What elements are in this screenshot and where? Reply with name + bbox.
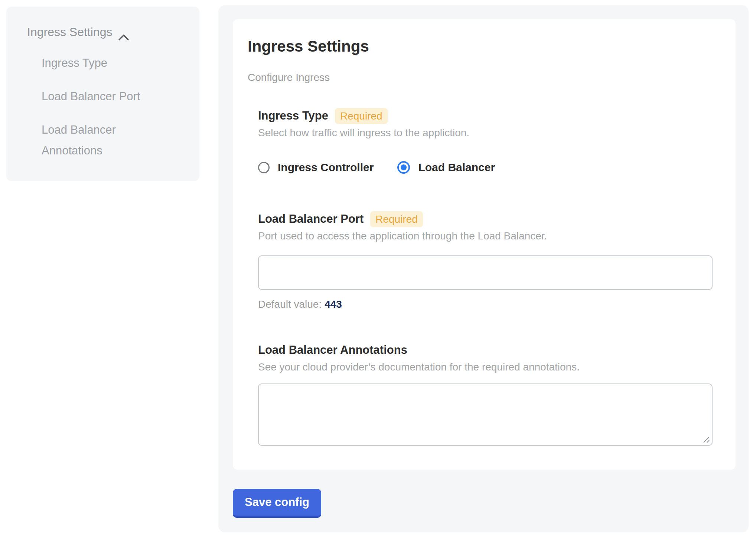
load-balancer-port-input[interactable] [258,255,713,290]
radio-label-load-balancer: Load Balancer [418,161,495,174]
load-balancer-port-label: Load Balancer Port [258,211,364,227]
load-balancer-annotations-label: Load Balancer Annotations [258,342,407,358]
sidebar-parent-label: Ingress Settings [27,24,112,40]
section-load-balancer-port: Load Balancer Port Required Port used to… [258,211,713,311]
radio-label-ingress-controller: Ingress Controller [278,161,374,174]
page-subtitle: Configure Ingress [248,71,713,84]
ingress-settings-card: Ingress Settings Configure Ingress Ingre… [233,19,736,470]
settings-sidebar: Ingress Settings Ingress Type Load Balan… [6,7,199,181]
radio-icon[interactable] [397,161,410,174]
sidebar-item-ingress-type[interactable]: Ingress Type [42,53,164,74]
load-balancer-annotations-description: See your cloud provider’s documentation … [258,360,713,374]
ingress-type-label: Ingress Type [258,108,328,124]
radio-option-ingress-controller[interactable]: Ingress Controller [258,161,374,174]
required-badge: Required [370,211,423,227]
sidebar-sub-list: Ingress Type Load Balancer Port Load Bal… [42,53,164,161]
chevron-up-icon[interactable] [118,29,129,36]
ingress-type-description: Select how traffic will ingress to the a… [258,126,713,140]
section-ingress-type: Ingress Type Required Select how traffic… [258,108,713,174]
required-badge: Required [335,108,388,124]
section-load-balancer-annotations: Load Balancer Annotations See your cloud… [258,342,713,446]
load-balancer-port-description: Port used to access the application thro… [258,229,713,243]
load-balancer-annotations-textarea[interactable] [258,383,713,446]
main-panel: Ingress Settings Configure Ingress Ingre… [218,5,749,532]
radio-option-load-balancer[interactable]: Load Balancer [397,161,495,174]
save-config-button[interactable]: Save config [233,489,321,518]
radio-icon[interactable] [258,162,270,173]
sidebar-item-load-balancer-port[interactable]: Load Balancer Port [42,86,164,107]
ingress-type-radio-group: Ingress Controller Load Balancer [258,161,713,174]
annotations-textarea-wrap [258,383,713,446]
page-title: Ingress Settings [248,37,713,56]
sidebar-item-load-balancer-annotations[interactable]: Load Balancer Annotations [42,120,164,161]
sidebar-item-ingress-settings[interactable]: Ingress Settings [27,24,188,40]
default-value-line: Default value:443 [258,298,713,311]
default-value: 443 [325,298,342,310]
default-value-label: Default value: [258,298,322,310]
